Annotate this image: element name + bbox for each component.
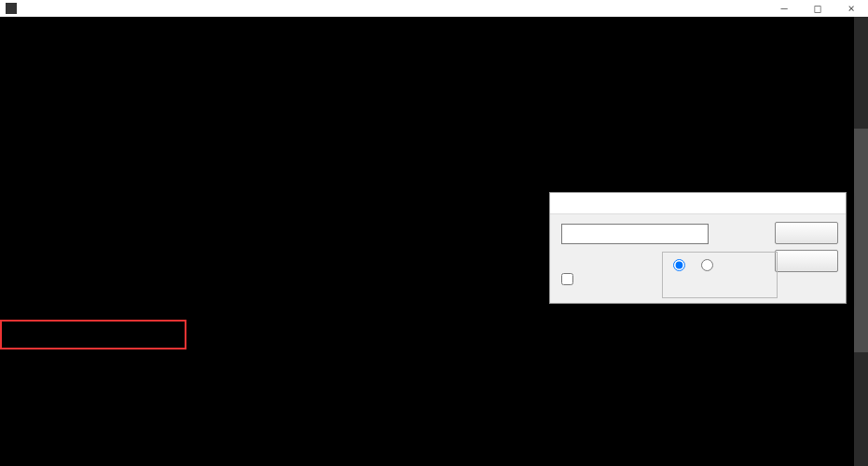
after-box-line — [0, 125, 868, 136]
direction-group — [662, 252, 778, 298]
case-sensitive-checkbox[interactable] — [558, 270, 576, 288]
close-button[interactable]: × — [834, 0, 868, 17]
cmd-icon — [6, 3, 17, 14]
find-content-input[interactable] — [561, 224, 709, 244]
find-dialog — [549, 192, 847, 304]
direction-down-radio[interactable] — [696, 256, 715, 269]
window-controls: — □ × — [767, 0, 868, 17]
find-dialog-close-button[interactable] — [825, 195, 842, 212]
red-highlight-box — [0, 320, 186, 350]
scrollbar-thumb[interactable] — [854, 129, 868, 352]
find-next-button[interactable] — [775, 222, 838, 244]
minimize-button[interactable]: — — [767, 0, 801, 17]
find-dialog-body — [550, 214, 846, 308]
window-titlebar: — □ × — [0, 0, 868, 17]
terminal-scrollbar[interactable] — [854, 17, 868, 466]
cancel-button[interactable] — [775, 250, 838, 272]
find-dialog-titlebar[interactable] — [550, 193, 846, 214]
direction-up-radio[interactable] — [668, 256, 687, 269]
maximize-button[interactable]: □ — [801, 0, 834, 17]
find-dialog-buttons — [775, 222, 838, 278]
